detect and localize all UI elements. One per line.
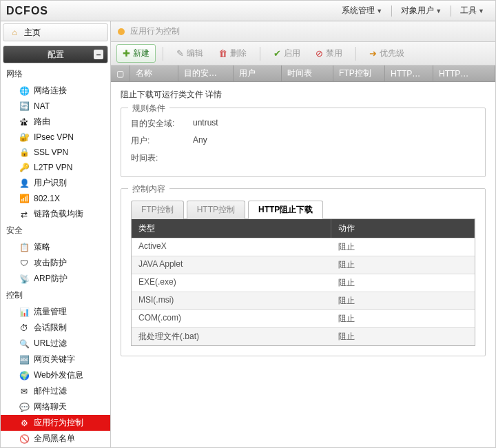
grid-col-dst[interactable]: 目的安… [178, 65, 234, 81]
sidebar-item[interactable]: 🔍URL过滤 [1, 336, 110, 352]
sidebar-item-icon: ⇄ [19, 209, 30, 220]
sidebar-item-label: NAT [34, 101, 50, 111]
sidebar-config-label: 配置 [48, 49, 64, 61]
sidebar-item-icon: ⚙ [19, 418, 30, 429]
sidebar-item[interactable]: 🔒SSL VPN [1, 145, 110, 160]
cell-type: 批处理文件(.bat) [132, 328, 331, 345]
sidebar-item[interactable]: 📶802.1X [1, 191, 110, 206]
detail-title: 阻止下载可运行类文件 详情 [121, 89, 486, 101]
topmenu-system[interactable]: 系统管理▼ [336, 2, 388, 19]
sidebar-item[interactable]: 🌍Web外发信息 [1, 367, 110, 383]
new-button[interactable]: ✚新建 [116, 44, 156, 63]
priority-button[interactable]: ➜优先级 [363, 44, 411, 63]
sidebar-item[interactable]: 👤用户识别 [1, 175, 110, 191]
cell-type: MSI(.msi) [132, 292, 331, 309]
caret-down-icon: ▼ [478, 8, 484, 14]
sidebar-item-label: 流量管理 [34, 306, 67, 318]
table-row[interactable]: JAVA Applet阻止 [132, 256, 475, 274]
topmenu-tools[interactable]: 工具▼ [455, 2, 490, 19]
topmenu-object-user[interactable]: 对象用户▼ [395, 2, 447, 19]
table-row[interactable]: 批处理文件(.bat)阻止 [132, 327, 475, 345]
sidebar-item-label: 网络聊天 [34, 401, 67, 413]
sidebar-item-label: 网页关键字 [34, 354, 75, 365]
sidebar: ⌂ 主页 配置 – 网络🌐网络连接🔄NAT🛣路由🔐IPsec VPN🔒SSL V… [1, 21, 111, 447]
sidebar-item-icon: 🚫 [19, 434, 30, 445]
enable-button[interactable]: ✔启用 [267, 44, 307, 63]
sidebar-item[interactable]: 🌐网络连接 [1, 83, 110, 99]
sidebar-item-icon: 📶 [19, 193, 30, 204]
tab-strip: 应用行为控制 [111, 21, 495, 42]
schedule-label: 时间表: [131, 152, 193, 164]
sidebar-item-label: 802.1X [34, 194, 60, 203]
table-header: 类型 动作 [132, 219, 475, 238]
table-row[interactable]: EXE(.exe)阻止 [132, 274, 475, 292]
sidebar-item[interactable]: ⇄链路负载均衡 [1, 206, 110, 222]
control-table: 类型 动作 ActiveX阻止JAVA Applet阻止EXE(.exe)阻止M… [131, 219, 475, 346]
grid-col-http1[interactable]: HTTP… [385, 65, 433, 81]
cell-type: EXE(.exe) [132, 274, 331, 292]
sidebar-item[interactable]: ✉邮件过滤 [1, 383, 110, 399]
sub-tabs: FTP控制HTTP控制HTTP阻止下载 [131, 200, 475, 219]
sidebar-item[interactable]: 🔑L2TP VPN [1, 160, 110, 175]
sidebar-item[interactable]: 📊流量管理 [1, 304, 110, 320]
sidebar-item-icon: 💬 [19, 402, 30, 413]
sidebar-item[interactable]: ⚙应用行为控制 [1, 415, 110, 431]
top-menu: 系统管理▼ 对象用户▼ 工具▼ [336, 2, 490, 19]
table-row[interactable]: COM(.com)阻止 [132, 309, 475, 327]
disable-button[interactable]: ⊘禁用 [309, 44, 349, 63]
cell-action: 阻止 [331, 328, 475, 345]
sidebar-item-icon: 🔤 [19, 354, 30, 365]
grid-col-name[interactable]: 名称 [130, 65, 178, 81]
control-content-fieldset: 控制内容 FTP控制HTTP控制HTTP阻止下载 类型 动作 ActiveX阻止… [121, 188, 486, 356]
cell-action: 阻止 [331, 256, 475, 274]
sidebar-item[interactable]: 📡ARP防护 [1, 271, 110, 287]
sidebar-item-icon: 🔄 [19, 101, 30, 112]
sidebar-item[interactable]: 🔄NAT [1, 99, 110, 114]
grid-col-user[interactable]: 用户 [234, 65, 282, 81]
cell-action: 阻止 [331, 238, 475, 256]
table-row[interactable]: ActiveX阻止 [132, 238, 475, 256]
caret-down-icon: ▼ [376, 8, 382, 14]
cell-type: COM(.com) [132, 310, 331, 327]
arrow-right-icon: ➜ [369, 48, 377, 59]
sidebar-item-icon: 🌐 [19, 85, 30, 96]
grid-col-ftp[interactable]: FTP控制 [333, 65, 385, 81]
grid-checkbox-col[interactable]: ▢ [111, 65, 130, 81]
sidebar-item-label: 路由 [34, 116, 50, 128]
sidebar-item[interactable]: 🔐IPsec VPN [1, 130, 110, 145]
delete-button[interactable]: 🗑删除 [212, 44, 253, 63]
collapse-icon[interactable]: – [94, 50, 103, 59]
sidebar-config-header[interactable]: 配置 – [3, 45, 108, 63]
grid-col-schedule[interactable]: 时间表 [282, 65, 333, 81]
sidebar-item[interactable]: 🔤网页关键字 [1, 352, 110, 367]
top-bar: DCFOS 系统管理▼ 对象用户▼ 工具▼ [1, 1, 495, 21]
sidebar-item[interactable]: 📋策略 [1, 239, 110, 255]
edit-button[interactable]: ✎编辑 [170, 44, 209, 63]
sidebar-item[interactable]: 🚫全局黑名单 [1, 431, 110, 447]
plus-icon: ✚ [123, 48, 130, 59]
content-area: 应用行为控制 ✚新建 ✎编辑 🗑删除 ✔启用 ⊘禁用 ➜优先级 ▢ 名称 目的安… [111, 21, 495, 447]
sidebar-item-label: IPsec VPN [34, 132, 74, 142]
separator [260, 47, 260, 61]
sidebar-item-icon: 📊 [19, 307, 30, 318]
sub-tab[interactable]: HTTP阻止下载 [248, 201, 323, 219]
cell-type: JAVA Applet [132, 256, 331, 274]
sidebar-item-icon: 👤 [19, 178, 30, 189]
grid-col-http2[interactable]: HTTP… [433, 65, 495, 81]
toolbar: ✚新建 ✎编辑 🗑删除 ✔启用 ⊘禁用 ➜优先级 [111, 42, 495, 65]
cell-action: 阻止 [331, 310, 475, 327]
sidebar-item-icon: 📋 [19, 242, 30, 253]
sidebar-item-label: SSL VPN [34, 147, 68, 157]
sidebar-item[interactable]: 🛣路由 [1, 114, 110, 130]
sidebar-item[interactable]: ⏱会话限制 [1, 320, 110, 336]
table-row[interactable]: MSI(.msi)阻止 [132, 292, 475, 309]
trash-icon: 🗑 [218, 48, 227, 59]
sidebar-item[interactable]: 💬网络聊天 [1, 399, 110, 415]
sidebar-item[interactable]: 🛡攻击防护 [1, 255, 110, 271]
user-value: Any [193, 135, 207, 147]
sub-tab[interactable]: FTP控制 [131, 201, 184, 219]
sidebar-group-title: 控制 [1, 287, 110, 304]
sidebar-item-label: 用户识别 [34, 177, 67, 189]
sub-tab[interactable]: HTTP控制 [187, 201, 245, 219]
sidebar-home[interactable]: ⌂ 主页 [3, 23, 108, 41]
